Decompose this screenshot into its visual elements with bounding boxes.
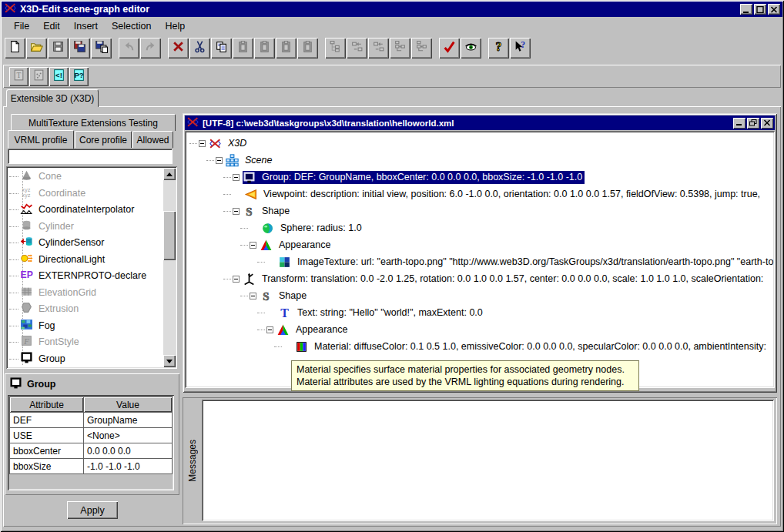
collapse-toggle-icon[interactable]	[216, 157, 223, 164]
tree-node-x3d[interactable]: X3D	[189, 136, 249, 151]
attribute-name-cell[interactable]: DEF	[10, 413, 84, 428]
apply-button[interactable]: Apply	[67, 501, 118, 519]
move-node-up-button[interactable]	[347, 38, 367, 59]
messages-output[interactable]	[202, 400, 774, 521]
attribute-value-cell[interactable]: -1.0 -1.0 -1.0	[84, 459, 173, 474]
insert-processing-instruction-button[interactable]: P?	[69, 67, 89, 86]
tab-vrml-profile[interactable]: VRML profile	[8, 130, 74, 149]
attribute-value-cell[interactable]: <None>	[84, 428, 173, 443]
tree-node-shape[interactable]: SShape	[223, 203, 292, 219]
tree-node-content[interactable]: Sphere: radius: 1.0	[261, 222, 364, 235]
tree-node-group[interactable]: Group: DEF: GroupName, bboxCenter: 0.0 0…	[223, 169, 585, 185]
redo-button[interactable]	[140, 38, 161, 59]
editor-frame-titlebar[interactable]: [UTF-8] c:\web3d\taskgroups\x3d\translat…	[185, 115, 775, 130]
value-column-header[interactable]: Value	[84, 397, 173, 413]
insert-text-node-button[interactable]: T	[9, 67, 28, 86]
scroll-up-button[interactable]	[163, 168, 176, 180]
undo-button[interactable]	[119, 38, 139, 59]
scrollbar-thumb[interactable]	[163, 211, 176, 260]
tab-core-profile[interactable]: Core profile	[75, 131, 132, 148]
tree-node-transform[interactable]: Transform: translation: 0.0 -2.0 1.25, r…	[223, 271, 766, 286]
palette-item-cylindersensor[interactable]: CylinderSensor	[9, 236, 104, 249]
tree-node-content[interactable]: Scene	[226, 154, 274, 167]
delete-button[interactable]	[168, 38, 189, 59]
new-document-button[interactable]	[5, 38, 25, 59]
collapse-toggle-icon[interactable]	[266, 326, 273, 333]
tree-node-content[interactable]: Transform: translation: 0.0 -2.0 1.25, r…	[243, 273, 766, 286]
open-file-button[interactable]	[26, 38, 47, 59]
collapse-toggle-icon[interactable]	[233, 208, 240, 215]
tree-node-content[interactable]: X3D	[209, 137, 249, 150]
attribute-name-cell[interactable]: USE	[10, 428, 84, 443]
menu-file[interactable]: File	[8, 19, 35, 33]
paste-special-button[interactable]	[297, 38, 318, 59]
tree-node-scene[interactable]: Scene	[206, 152, 274, 168]
collapse-toggle-icon[interactable]	[233, 276, 240, 283]
scroll-down-button[interactable]	[163, 355, 176, 367]
insert-cdata-button[interactable]	[29, 67, 49, 86]
tree-node-content[interactable]: Material: diffuseColor: 0.1 0.5 1.0, emi…	[295, 340, 769, 353]
tree-node-content[interactable]: TText: string: "Hello" "world!", maxExte…	[278, 306, 485, 320]
frame-restore-button[interactable]	[747, 118, 759, 129]
menu-insert[interactable]: Insert	[68, 19, 104, 33]
minimize-button[interactable]	[740, 4, 752, 15]
move-node-left-button[interactable]	[368, 38, 389, 59]
close-button[interactable]	[768, 4, 780, 15]
tree-node-content[interactable]: Viewpoint: description: initial view, po…	[244, 188, 762, 201]
context-help-button[interactable]: ?	[510, 38, 531, 59]
help-button[interactable]: ?	[488, 38, 509, 59]
node-list-scrollbar[interactable]	[163, 168, 176, 367]
tree-node-content[interactable]: ImageTexture: url: "earth-topo.png" "htt…	[278, 256, 775, 269]
node-filter-input[interactable]	[8, 149, 173, 164]
tab-multitexture-extensions[interactable]: MultiTexture Extensions Testing	[11, 114, 176, 131]
append-node-button[interactable]	[411, 38, 432, 59]
menu-edit[interactable]: Edit	[37, 19, 66, 33]
tree-node-material[interactable]: Material: diffuseColor: 0.1 0.5 1.0, emi…	[274, 339, 769, 354]
frame-minimize-button[interactable]	[733, 118, 745, 129]
palette-item-group[interactable]: Group	[9, 352, 65, 366]
attribute-name-cell[interactable]: bboxSize	[10, 459, 84, 474]
paste-swap-button[interactable]	[254, 38, 275, 59]
tree-node-imagetexture[interactable]: ImageTexture: url: "earth-topo.png" "htt…	[257, 254, 775, 269]
attribute-value-cell[interactable]: GroupName	[84, 413, 173, 428]
tree-node-content[interactable]: Group: DEF: GroupName, bboxCenter: 0.0 0…	[243, 171, 585, 184]
expand-tree-button[interactable]	[325, 38, 346, 59]
menu-help[interactable]: Help	[159, 19, 191, 33]
frame-close-button[interactable]	[761, 118, 773, 129]
paste-import-button[interactable]	[276, 38, 297, 59]
copy-button[interactable]	[211, 38, 232, 59]
save-copy-button[interactable]	[91, 38, 112, 59]
collapse-toggle-icon[interactable]	[250, 293, 256, 299]
palette-item-directionallight[interactable]: DirectionalLight	[9, 253, 105, 266]
attribute-column-header[interactable]: Attribute	[10, 397, 84, 413]
preview-scene-button[interactable]	[461, 38, 481, 59]
palette-item-fog[interactable]: Fog	[9, 319, 55, 333]
palette-item-externproto-declare[interactable]: EPEXTERNPROTO-declare	[9, 269, 146, 283]
tree-node-text[interactable]: TText: string: "Hello" "world!", maxExte…	[257, 305, 485, 320]
attribute-name-cell[interactable]: bboxCenter	[10, 443, 84, 459]
menu-selection[interactable]: Selection	[106, 19, 157, 33]
paste-button[interactable]	[233, 38, 253, 59]
palette-item-coordinateinterpolator[interactable]: CoordinateInterpolator	[9, 202, 134, 216]
collapse-toggle-icon[interactable]	[250, 242, 256, 249]
tab-extensible-3d[interactable]: Extensible 3D (X3D)	[6, 89, 99, 107]
messages-tab[interactable]: Messages	[185, 400, 200, 522]
tab-allowed[interactable]: Allowed	[132, 131, 173, 148]
save-button[interactable]	[48, 38, 69, 59]
insert-comment-button[interactable]: <!	[49, 67, 69, 86]
collapse-toggle-icon[interactable]	[233, 174, 240, 181]
tree-node-content[interactable]: Appearance	[276, 323, 350, 336]
maximize-button[interactable]	[754, 4, 766, 15]
tree-node-shape[interactable]: SShape	[240, 288, 309, 303]
validate-button[interactable]	[439, 38, 460, 59]
attribute-value-cell[interactable]: 0.0 0.0 0.0	[84, 443, 173, 459]
tree-node-viewpoint[interactable]: Viewpoint: description: initial view, po…	[223, 186, 762, 202]
join-nodes-button[interactable]	[390, 38, 410, 59]
tree-node-appearance[interactable]: Appearance	[240, 237, 333, 253]
collapse-toggle-icon[interactable]	[199, 140, 206, 147]
tree-node-content[interactable]: SShape	[260, 289, 309, 303]
tree-node-appearance[interactable]: Appearance	[257, 322, 350, 337]
save-all-button[interactable]	[69, 38, 90, 59]
tree-node-content[interactable]: Appearance	[260, 239, 333, 252]
tree-node-content[interactable]: SShape	[243, 205, 292, 218]
